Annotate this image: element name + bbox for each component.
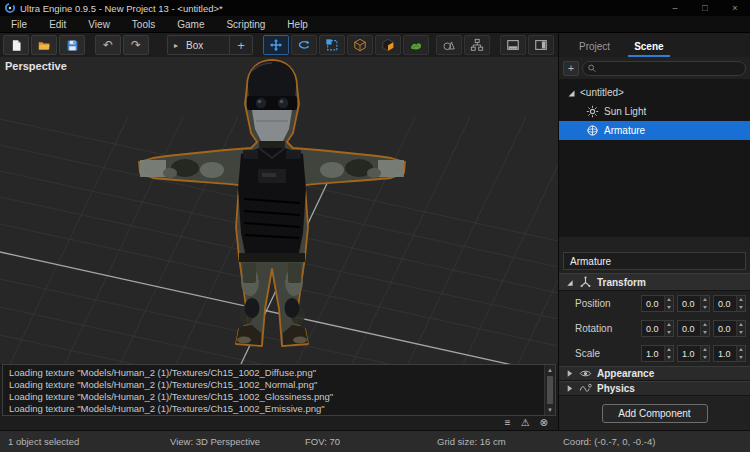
- dropdown-arrow-icon: ▸: [174, 41, 178, 50]
- close-button[interactable]: ×: [720, 0, 750, 16]
- menu-game[interactable]: Game: [166, 16, 215, 32]
- collapsed-arrow-icon: [565, 369, 574, 378]
- menu-tools[interactable]: Tools: [121, 16, 166, 32]
- scroll-up-icon[interactable]: ▲: [545, 365, 555, 375]
- physics-wave-icon: [579, 382, 592, 395]
- menu-help[interactable]: Help: [276, 16, 319, 32]
- show-colliders-button[interactable]: [436, 35, 462, 55]
- undo-button[interactable]: ↶: [95, 35, 121, 55]
- console-scrollbar[interactable]: ▲ ▼: [544, 365, 555, 415]
- add-entity-button[interactable]: +: [563, 61, 579, 76]
- rotation-z-value: 0.0: [714, 321, 736, 336]
- position-y-value: 0.0: [678, 296, 700, 311]
- primitive-dropdown[interactable]: ▸ Box: [167, 35, 229, 55]
- error-filter-icon[interactable]: ⊗: [540, 418, 548, 428]
- scene-search[interactable]: [582, 61, 746, 76]
- rotate-tool-icon: [297, 38, 311, 52]
- rotation-y-value: 0.0: [678, 321, 700, 336]
- physics-section-header[interactable]: Physics: [559, 381, 750, 396]
- scale-y-value: 1.0: [678, 346, 700, 361]
- tree-item-sun-light[interactable]: Sun Light: [559, 102, 750, 121]
- undo-icon: ↶: [103, 39, 113, 51]
- panel-right-icon: [534, 38, 548, 52]
- toggle-console-panel-button[interactable]: [500, 35, 526, 55]
- tree-item-root[interactable]: <untitled>: [559, 83, 750, 102]
- spinner-arrows[interactable]: [700, 346, 709, 361]
- tree-item-armature[interactable]: Armature: [559, 121, 750, 140]
- status-selection: 1 object selected: [8, 436, 79, 447]
- status-grid-size: Grid size: 16 cm: [437, 436, 506, 447]
- solid-cube-button[interactable]: [375, 35, 401, 55]
- tab-project[interactable]: Project: [569, 37, 620, 57]
- save-icon: [66, 39, 79, 52]
- spinner-arrows[interactable]: [736, 296, 745, 311]
- new-file-button[interactable]: [3, 35, 29, 55]
- spinner-arrows[interactable]: [700, 321, 709, 336]
- expand-arrow-icon[interactable]: [566, 88, 576, 98]
- wireframe-cube-icon: [353, 38, 367, 52]
- console-line: Loading texture "Models/Human_2 (1)/Text…: [9, 391, 541, 403]
- position-x-field[interactable]: 0.0: [641, 295, 674, 312]
- scroll-thumb[interactable]: [547, 376, 553, 404]
- maximize-button[interactable]: □: [690, 0, 720, 16]
- entity-name-field[interactable]: Armature: [563, 252, 746, 270]
- log-filter-icon[interactable]: ≡: [505, 418, 511, 428]
- viewport-3d[interactable]: Perspective: [0, 57, 558, 364]
- minimize-button[interactable]: –: [660, 0, 690, 16]
- spinner-arrows[interactable]: [664, 346, 673, 361]
- sun-icon: [586, 105, 599, 118]
- open-project-button[interactable]: [31, 35, 57, 55]
- scale-x-field[interactable]: 1.0: [641, 345, 674, 362]
- spinner-arrows[interactable]: [736, 346, 745, 361]
- menu-file[interactable]: File: [0, 16, 38, 32]
- wireframe-cube-button[interactable]: [347, 35, 373, 55]
- add-primitive-button[interactable]: +: [229, 35, 253, 55]
- scale-y-field[interactable]: 1.0: [677, 345, 710, 362]
- spinner-arrows[interactable]: [736, 321, 745, 336]
- main-toolbar: ↶ ↷ ▸ Box +: [0, 33, 558, 57]
- move-tool-button[interactable]: [263, 35, 289, 55]
- scale-tool-button[interactable]: [319, 35, 345, 55]
- console-line: Loading texture "Models/Human_2 (1)/Text…: [9, 403, 541, 415]
- console-log[interactable]: Loading texture "Models/Human_2 (1)/Text…: [2, 364, 556, 416]
- armature-icon: [586, 124, 599, 137]
- menu-view[interactable]: View: [77, 16, 121, 32]
- terrain-tool-button[interactable]: [403, 35, 429, 55]
- transform-axes-icon: [579, 276, 592, 289]
- position-label: Position: [575, 298, 641, 309]
- rotation-y-field[interactable]: 0.0: [677, 320, 710, 337]
- warning-filter-icon[interactable]: ⚠: [521, 418, 530, 428]
- transform-section-header[interactable]: Transform: [559, 273, 750, 291]
- menu-scripting[interactable]: Scripting: [215, 16, 276, 32]
- rotation-z-field[interactable]: 0.0: [713, 320, 746, 337]
- status-view-mode: View: 3D Perspective: [170, 436, 260, 447]
- add-component-button[interactable]: Add Component: [602, 404, 708, 423]
- position-z-field[interactable]: 0.0: [713, 295, 746, 312]
- rotation-x-field[interactable]: 0.0: [641, 320, 674, 337]
- tab-scene[interactable]: Scene: [624, 37, 673, 57]
- eye-icon: [579, 367, 592, 380]
- window-title: Ultra Engine 0.9.5 - New Project 13 - <u…: [20, 3, 223, 14]
- menu-edit[interactable]: Edit: [38, 16, 77, 32]
- position-y-field[interactable]: 0.0: [677, 295, 710, 312]
- save-button[interactable]: [59, 35, 85, 55]
- redo-button[interactable]: ↷: [123, 35, 149, 55]
- spinner-arrows[interactable]: [700, 296, 709, 311]
- toggle-side-panel-button[interactable]: [528, 35, 554, 55]
- scene-search-input[interactable]: [597, 63, 745, 73]
- spinner-arrows[interactable]: [664, 296, 673, 311]
- scene-graph-button[interactable]: [464, 35, 490, 55]
- redo-icon: ↷: [131, 39, 141, 51]
- scale-label: Scale: [575, 348, 641, 359]
- viewport-render: [0, 57, 558, 364]
- spinner-arrows[interactable]: [664, 321, 673, 336]
- scale-z-value: 1.0: [714, 346, 736, 361]
- scale-z-field[interactable]: 1.0: [713, 345, 746, 362]
- scroll-down-icon[interactable]: ▼: [545, 405, 555, 415]
- section-title: Transform: [597, 277, 646, 288]
- rotation-x-value: 0.0: [642, 321, 664, 336]
- rotation-row: Rotation 0.0 0.0 0.0: [559, 316, 750, 341]
- rotate-tool-button[interactable]: [291, 35, 317, 55]
- appearance-section-header[interactable]: Appearance: [559, 366, 750, 381]
- scale-x-value: 1.0: [642, 346, 664, 361]
